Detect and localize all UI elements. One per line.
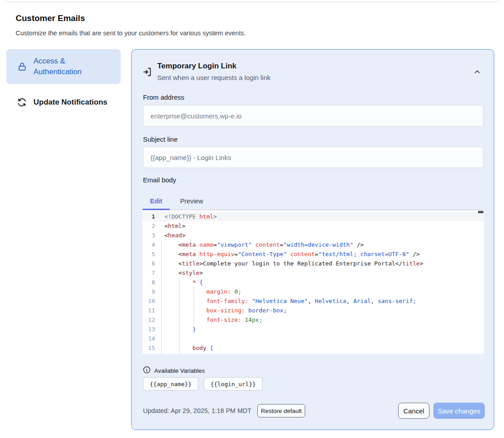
code-line: 14: [143, 334, 484, 343]
code-line: 8 * {: [143, 278, 484, 287]
email-settings-panel: Temporary Login Link Sent when a user re…: [131, 49, 494, 430]
editor-scrollbar-thumb[interactable]: [478, 211, 483, 213]
code-line: 1<!DOCTYPE html>: [143, 212, 484, 221]
code-line: 3<head>: [143, 231, 484, 240]
email-body-label: Email body: [143, 176, 176, 184]
login-arrow-icon: [143, 67, 153, 79]
code-line: 6 <title>Complete your login to the Repl…: [143, 259, 484, 268]
page-title: Customer Emails: [16, 13, 85, 23]
refresh-icon: [17, 97, 27, 108]
code-line: 2<html>: [143, 221, 484, 231]
page-subtitle: Customize the emails that are sent to yo…: [16, 29, 246, 37]
updated-timestamp: Updated: Apr 29, 2025, 1:18 PM MDT: [143, 407, 252, 414]
variable-chip-login-url[interactable]: {{login_url}}: [204, 377, 263, 391]
active-tab-indicator: [143, 209, 170, 210]
code-line: 5 <meta http-equiv="Content-Type" conten…: [143, 249, 484, 259]
tab-preview[interactable]: Preview: [175, 193, 209, 210]
code-line: 13 }: [143, 324, 484, 334]
restore-default-button[interactable]: Restore default: [257, 404, 305, 417]
variable-chip-app-name[interactable]: {{app_name}}: [143, 377, 198, 391]
code-lines: 1<!DOCTYPE html>2<html>3<head>4 <meta na…: [143, 211, 484, 354]
info-icon: [143, 366, 151, 375]
tab-edit[interactable]: Edit: [143, 193, 170, 210]
panel-subtitle: Sent when a user requests a login link: [157, 74, 270, 81]
sidebar-item-label: Update Notifications: [34, 97, 115, 108]
code-line: 4 <meta name="viewport" content="width=d…: [143, 240, 484, 249]
chevron-up-icon[interactable]: [473, 68, 482, 76]
sidebar-item-access-authentication[interactable]: Access & Authentication: [6, 49, 121, 84]
panel-title: Temporary Login Link: [157, 62, 236, 71]
cancel-button[interactable]: Cancel: [398, 403, 429, 419]
sidebar-item-update-notifications[interactable]: Update Notifications: [6, 92, 121, 113]
code-line: 16 background-color: #ffffff;: [143, 353, 484, 354]
indent-guide: [193, 287, 194, 324]
available-variables-label: Available Variables: [154, 367, 205, 374]
sidebar-item-label: Access & Authentication: [34, 56, 115, 77]
indent-guide: [161, 240, 162, 354]
subject-line-input[interactable]: [143, 147, 483, 168]
lock-icon: [17, 61, 27, 72]
available-variables-row: Available Variables: [143, 366, 205, 375]
code-line: 15 body {: [143, 343, 484, 353]
previous-card-edge: [4, 0, 500, 2]
save-changes-button[interactable]: Save changes: [433, 403, 485, 419]
editor-tab-bar: Edit Preview: [143, 193, 484, 210]
indent-guide: [179, 278, 180, 354]
subject-line-label: Subject line: [143, 135, 178, 143]
from-address-label: From address: [143, 93, 185, 101]
variable-chips: {{app_name}} {{login_url}}: [143, 377, 263, 391]
code-line: 7 <style>: [143, 268, 484, 278]
from-address-input[interactable]: [143, 105, 483, 126]
code-editor[interactable]: 1<!DOCTYPE html>2<html>3<head>4 <meta na…: [143, 211, 484, 354]
